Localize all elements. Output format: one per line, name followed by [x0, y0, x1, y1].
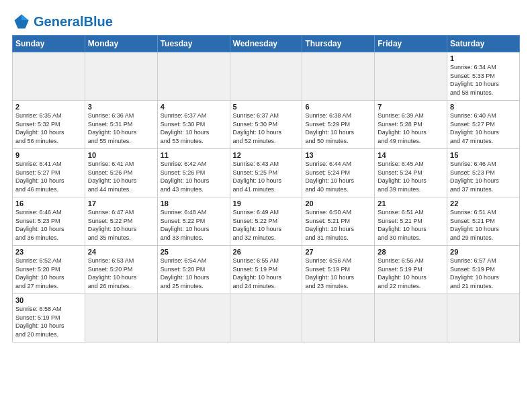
calendar-cell: 8Sunrise: 6:40 AM Sunset: 5:27 PM Daylig…: [447, 101, 520, 149]
logo: GeneralBlue: [12, 12, 113, 31]
day-info: Sunrise: 6:44 AM Sunset: 5:24 PM Dayligh…: [305, 160, 371, 193]
calendar-cell: [157, 52, 230, 101]
header-friday: Friday: [375, 36, 447, 52]
day-number: 2: [15, 103, 82, 111]
calendar-cell: [302, 294, 375, 342]
day-number: 28: [378, 248, 444, 256]
calendar-cell: 19Sunrise: 6:49 AM Sunset: 5:22 PM Dayli…: [230, 197, 302, 246]
calendar-cell: 5Sunrise: 6:37 AM Sunset: 5:30 PM Daylig…: [230, 101, 302, 149]
calendar-cell: 3Sunrise: 6:36 AM Sunset: 5:31 PM Daylig…: [85, 101, 157, 149]
week-row-0: 1Sunrise: 6:34 AM Sunset: 5:33 PM Daylig…: [13, 52, 520, 101]
calendar: Sunday Monday Tuesday Wednesday Thursday…: [12, 35, 520, 342]
day-number: 6: [305, 103, 371, 111]
day-number: 7: [378, 103, 444, 111]
day-number: 27: [305, 248, 371, 256]
day-number: 1: [450, 54, 517, 62]
header-monday: Monday: [85, 36, 157, 52]
calendar-cell: 28Sunrise: 6:56 AM Sunset: 5:19 PM Dayli…: [375, 246, 447, 294]
day-info: Sunrise: 6:37 AM Sunset: 5:30 PM Dayligh…: [233, 111, 300, 145]
day-number: 5: [233, 103, 300, 111]
day-info: Sunrise: 6:48 AM Sunset: 5:22 PM Dayligh…: [161, 208, 227, 242]
day-number: 18: [161, 199, 227, 208]
calendar-cell: 17Sunrise: 6:47 AM Sunset: 5:22 PM Dayli…: [85, 197, 157, 246]
calendar-cell: 27Sunrise: 6:56 AM Sunset: 5:19 PM Dayli…: [302, 246, 375, 294]
calendar-cell: 13Sunrise: 6:44 AM Sunset: 5:24 PM Dayli…: [302, 149, 375, 197]
calendar-cell: [447, 294, 520, 342]
day-number: 29: [450, 248, 517, 256]
calendar-cell: 21Sunrise: 6:51 AM Sunset: 5:21 PM Dayli…: [375, 197, 447, 246]
week-row-2: 9Sunrise: 6:41 AM Sunset: 5:27 PM Daylig…: [13, 149, 520, 197]
day-number: 30: [15, 296, 82, 304]
day-info: Sunrise: 6:51 AM Sunset: 5:21 PM Dayligh…: [378, 208, 444, 242]
calendar-cell: 10Sunrise: 6:41 AM Sunset: 5:26 PM Dayli…: [85, 149, 157, 197]
calendar-cell: 16Sunrise: 6:46 AM Sunset: 5:23 PM Dayli…: [13, 197, 85, 246]
day-info: Sunrise: 6:42 AM Sunset: 5:26 PM Dayligh…: [161, 160, 227, 193]
calendar-cell: 7Sunrise: 6:39 AM Sunset: 5:28 PM Daylig…: [375, 101, 447, 149]
header-sunday: Sunday: [13, 36, 85, 52]
day-info: Sunrise: 6:53 AM Sunset: 5:20 PM Dayligh…: [88, 257, 154, 290]
calendar-cell: 22Sunrise: 6:51 AM Sunset: 5:21 PM Dayli…: [447, 197, 520, 246]
calendar-cell: 25Sunrise: 6:54 AM Sunset: 5:20 PM Dayli…: [157, 246, 230, 294]
calendar-cell: 18Sunrise: 6:48 AM Sunset: 5:22 PM Dayli…: [157, 197, 230, 246]
day-info: Sunrise: 6:58 AM Sunset: 5:19 PM Dayligh…: [15, 305, 82, 338]
day-info: Sunrise: 6:39 AM Sunset: 5:28 PM Dayligh…: [378, 111, 444, 145]
day-number: 15: [450, 151, 517, 159]
day-info: Sunrise: 6:41 AM Sunset: 5:26 PM Dayligh…: [88, 160, 154, 193]
calendar-cell: [230, 294, 302, 342]
svg-marker-1: [21, 15, 29, 21]
day-info: Sunrise: 6:47 AM Sunset: 5:22 PM Dayligh…: [88, 208, 154, 242]
day-number: 17: [88, 199, 154, 208]
calendar-cell: [13, 52, 85, 101]
day-number: 25: [161, 248, 227, 256]
day-number: 20: [305, 199, 371, 208]
calendar-cell: 2Sunrise: 6:35 AM Sunset: 5:32 PM Daylig…: [13, 101, 85, 149]
day-info: Sunrise: 6:56 AM Sunset: 5:19 PM Dayligh…: [305, 257, 371, 290]
logo-general: General: [34, 14, 83, 29]
calendar-cell: [85, 52, 157, 101]
day-number: 10: [88, 151, 154, 159]
day-info: Sunrise: 6:52 AM Sunset: 5:20 PM Dayligh…: [15, 257, 82, 290]
page: GeneralBlue Sunday Monday Tuesday Wednes…: [0, 0, 532, 349]
calendar-cell: 12Sunrise: 6:43 AM Sunset: 5:25 PM Dayli…: [230, 149, 302, 197]
day-number: 26: [233, 248, 300, 256]
day-info: Sunrise: 6:49 AM Sunset: 5:22 PM Dayligh…: [233, 208, 300, 242]
header-thursday: Thursday: [302, 36, 375, 52]
day-number: 8: [450, 103, 517, 111]
day-number: 19: [233, 199, 300, 208]
calendar-cell: 14Sunrise: 6:45 AM Sunset: 5:24 PM Dayli…: [375, 149, 447, 197]
header: GeneralBlue: [12, 12, 520, 31]
day-info: Sunrise: 6:35 AM Sunset: 5:32 PM Dayligh…: [15, 111, 82, 145]
calendar-cell: 23Sunrise: 6:52 AM Sunset: 5:20 PM Dayli…: [13, 246, 85, 294]
calendar-cell: [157, 294, 230, 342]
day-number: 12: [233, 151, 300, 159]
calendar-cell: 30Sunrise: 6:58 AM Sunset: 5:19 PM Dayli…: [13, 294, 85, 342]
day-number: 4: [161, 103, 227, 111]
day-info: Sunrise: 6:50 AM Sunset: 5:21 PM Dayligh…: [305, 208, 371, 242]
day-number: 13: [305, 151, 371, 159]
header-saturday: Saturday: [447, 36, 520, 52]
calendar-cell: 6Sunrise: 6:38 AM Sunset: 5:29 PM Daylig…: [302, 101, 375, 149]
calendar-cell: 1Sunrise: 6:34 AM Sunset: 5:33 PM Daylig…: [447, 52, 520, 101]
calendar-cell: 4Sunrise: 6:37 AM Sunset: 5:30 PM Daylig…: [157, 101, 230, 149]
day-info: Sunrise: 6:46 AM Sunset: 5:23 PM Dayligh…: [15, 208, 82, 242]
header-tuesday: Tuesday: [157, 36, 230, 52]
calendar-cell: 26Sunrise: 6:55 AM Sunset: 5:19 PM Dayli…: [230, 246, 302, 294]
calendar-cell: [230, 52, 302, 101]
day-number: 24: [88, 248, 154, 256]
calendar-cell: 29Sunrise: 6:57 AM Sunset: 5:19 PM Dayli…: [447, 246, 520, 294]
day-number: 23: [15, 248, 82, 256]
logo-text: GeneralBlue: [34, 14, 113, 29]
week-row-1: 2Sunrise: 6:35 AM Sunset: 5:32 PM Daylig…: [13, 101, 520, 149]
logo-blue: Blue: [83, 14, 112, 29]
calendar-cell: [85, 294, 157, 342]
day-info: Sunrise: 6:40 AM Sunset: 5:27 PM Dayligh…: [450, 111, 517, 145]
calendar-cell: [302, 52, 375, 101]
day-number: 11: [161, 151, 227, 159]
day-info: Sunrise: 6:45 AM Sunset: 5:24 PM Dayligh…: [378, 160, 444, 193]
day-info: Sunrise: 6:36 AM Sunset: 5:31 PM Dayligh…: [88, 111, 154, 145]
day-info: Sunrise: 6:51 AM Sunset: 5:21 PM Dayligh…: [450, 208, 517, 242]
day-number: 16: [15, 199, 82, 208]
week-row-4: 23Sunrise: 6:52 AM Sunset: 5:20 PM Dayli…: [13, 246, 520, 294]
day-info: Sunrise: 6:46 AM Sunset: 5:23 PM Dayligh…: [450, 160, 517, 193]
day-info: Sunrise: 6:38 AM Sunset: 5:29 PM Dayligh…: [305, 111, 371, 145]
